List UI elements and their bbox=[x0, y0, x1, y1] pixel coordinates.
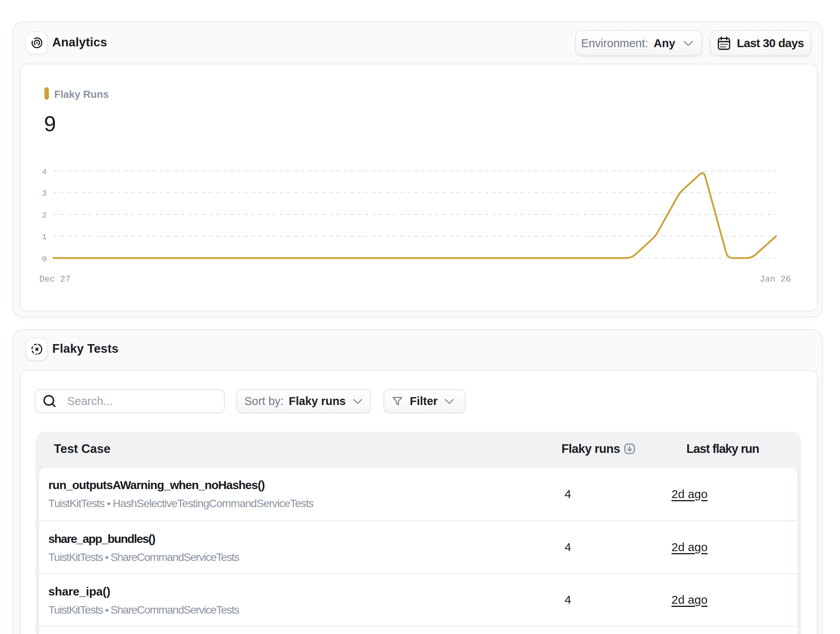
svg-text:4: 4 bbox=[42, 167, 47, 176]
svg-text:Dec 27: Dec 27 bbox=[39, 275, 70, 284]
svg-text:2: 2 bbox=[42, 211, 47, 220]
svg-text:Jan 26: Jan 26 bbox=[760, 275, 791, 284]
svg-text:Flaky Runs: Flaky Runs bbox=[54, 88, 109, 100]
svg-text:0: 0 bbox=[42, 255, 47, 264]
svg-text:1: 1 bbox=[42, 233, 47, 242]
svg-text:9: 9 bbox=[44, 112, 56, 136]
svg-text:3: 3 bbox=[42, 189, 47, 198]
